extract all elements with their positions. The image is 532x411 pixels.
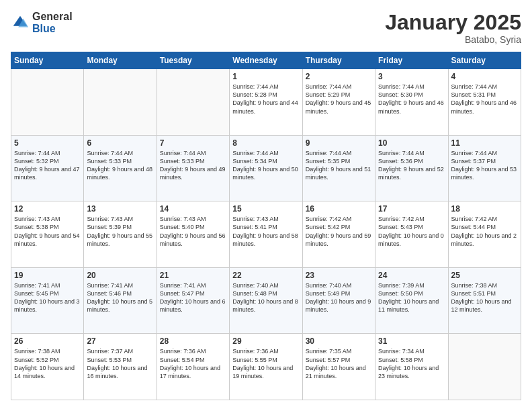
day-number: 4 (451, 72, 518, 81)
cell-info: Sunrise: 7:41 AMSunset: 5:45 PMDaylight:… (14, 282, 80, 313)
day-number: 24 (378, 271, 445, 280)
day-number: 12 (14, 204, 81, 214)
cell-info: Sunrise: 7:42 AMSunset: 5:43 PMDaylight:… (378, 216, 444, 246)
day-number: 28 (160, 336, 226, 346)
header: General Blue January 2025 Batabo, Syria (11, 11, 521, 45)
cell-info: Sunrise: 7:41 AMSunset: 5:47 PMDaylight:… (160, 282, 226, 313)
week-row-0: 1Sunrise: 7:44 AMSunset: 5:28 PMDaylight… (11, 69, 521, 136)
cell-info: Sunrise: 7:43 AMSunset: 5:39 PMDaylight:… (87, 216, 152, 246)
weekday-header-saturday: Saturday (448, 52, 521, 69)
calendar-cell: 3Sunrise: 7:44 AMSunset: 5:30 PMDaylight… (375, 69, 448, 136)
calendar-cell: 2Sunrise: 7:44 AMSunset: 5:29 PMDaylight… (302, 69, 375, 136)
calendar-cell: 1Sunrise: 7:44 AMSunset: 5:28 PMDaylight… (230, 69, 302, 136)
cell-info: Sunrise: 7:41 AMSunset: 5:46 PMDaylight:… (87, 282, 152, 313)
logo-blue-text: Blue (32, 23, 73, 35)
weekday-header-thursday: Thursday (302, 52, 375, 69)
calendar-cell (84, 69, 157, 136)
calendar-cell: 29Sunrise: 7:36 AMSunset: 5:55 PMDayligh… (230, 334, 302, 400)
day-number: 23 (306, 271, 372, 280)
month-title: January 2025 (385, 11, 521, 34)
calendar-cell: 10Sunrise: 7:44 AMSunset: 5:36 PMDayligh… (375, 135, 448, 201)
cell-info: Sunrise: 7:36 AMSunset: 5:54 PMDaylight:… (160, 348, 220, 379)
cell-info: Sunrise: 7:40 AMSunset: 5:48 PMDaylight:… (232, 282, 298, 313)
day-number: 29 (232, 336, 299, 346)
cell-info: Sunrise: 7:39 AMSunset: 5:50 PMDaylight:… (378, 282, 439, 313)
day-number: 26 (14, 336, 81, 346)
cell-info: Sunrise: 7:38 AMSunset: 5:51 PMDaylight:… (451, 282, 512, 313)
day-number: 25 (451, 271, 518, 280)
cell-info: Sunrise: 7:40 AMSunset: 5:49 PMDaylight:… (306, 282, 371, 313)
cell-info: Sunrise: 7:44 AMSunset: 5:30 PMDaylight:… (378, 83, 444, 114)
day-number: 27 (87, 336, 153, 346)
day-number: 6 (87, 138, 153, 148)
day-number: 17 (378, 204, 445, 214)
cell-info: Sunrise: 7:44 AMSunset: 5:29 PMDaylight:… (306, 83, 371, 114)
cell-info: Sunrise: 7:43 AMSunset: 5:40 PMDaylight:… (160, 216, 226, 246)
day-number: 7 (160, 138, 226, 148)
cell-info: Sunrise: 7:43 AMSunset: 5:41 PMDaylight:… (232, 216, 298, 246)
day-number: 1 (232, 72, 299, 81)
cell-info: Sunrise: 7:37 AMSunset: 5:53 PMDaylight:… (87, 348, 147, 379)
day-number: 3 (378, 72, 445, 81)
calendar-cell: 31Sunrise: 7:34 AMSunset: 5:58 PMDayligh… (375, 334, 448, 400)
week-row-2: 12Sunrise: 7:43 AMSunset: 5:38 PMDayligh… (11, 201, 521, 268)
cell-info: Sunrise: 7:44 AMSunset: 5:37 PMDaylight:… (451, 150, 517, 181)
week-row-4: 26Sunrise: 7:38 AMSunset: 5:52 PMDayligh… (11, 334, 521, 400)
day-number: 30 (306, 336, 372, 346)
calendar-cell: 8Sunrise: 7:44 AMSunset: 5:34 PMDaylight… (230, 135, 302, 201)
week-row-3: 19Sunrise: 7:41 AMSunset: 5:45 PMDayligh… (11, 267, 521, 334)
calendar-table: SundayMondayTuesdayWednesdayThursdayFrid… (11, 52, 521, 400)
cell-info: Sunrise: 7:35 AMSunset: 5:57 PMDaylight:… (306, 348, 366, 379)
location: Batabo, Syria (385, 34, 521, 45)
calendar-cell: 27Sunrise: 7:37 AMSunset: 5:53 PMDayligh… (84, 334, 157, 400)
calendar-cell: 14Sunrise: 7:43 AMSunset: 5:40 PMDayligh… (157, 201, 229, 268)
weekday-header-wednesday: Wednesday (230, 52, 302, 69)
calendar-cell (157, 69, 229, 136)
cell-info: Sunrise: 7:42 AMSunset: 5:44 PMDaylight:… (451, 216, 517, 246)
day-number: 19 (14, 271, 81, 280)
cell-info: Sunrise: 7:44 AMSunset: 5:34 PMDaylight:… (232, 150, 298, 181)
logo-icon (11, 13, 30, 32)
week-row-1: 5Sunrise: 7:44 AMSunset: 5:32 PMDaylight… (11, 135, 521, 201)
day-number: 22 (232, 271, 299, 280)
cell-info: Sunrise: 7:36 AMSunset: 5:55 PMDaylight:… (232, 348, 293, 379)
weekday-header-friday: Friday (375, 52, 448, 69)
day-number: 13 (87, 204, 153, 214)
calendar-cell: 6Sunrise: 7:44 AMSunset: 5:33 PMDaylight… (84, 135, 157, 201)
calendar-cell: 16Sunrise: 7:42 AMSunset: 5:42 PMDayligh… (302, 201, 375, 268)
day-number: 2 (306, 72, 372, 81)
calendar-cell: 13Sunrise: 7:43 AMSunset: 5:39 PMDayligh… (84, 201, 157, 268)
calendar-cell: 25Sunrise: 7:38 AMSunset: 5:51 PMDayligh… (448, 267, 521, 334)
weekday-header-tuesday: Tuesday (157, 52, 229, 69)
calendar-cell: 22Sunrise: 7:40 AMSunset: 5:48 PMDayligh… (230, 267, 302, 334)
calendar-cell: 24Sunrise: 7:39 AMSunset: 5:50 PMDayligh… (375, 267, 448, 334)
cell-info: Sunrise: 7:34 AMSunset: 5:58 PMDaylight:… (378, 348, 439, 379)
cell-info: Sunrise: 7:44 AMSunset: 5:31 PMDaylight:… (451, 83, 517, 114)
cell-info: Sunrise: 7:42 AMSunset: 5:42 PMDaylight:… (306, 216, 371, 246)
day-number: 15 (232, 204, 299, 214)
day-number: 10 (378, 138, 445, 148)
day-number: 9 (306, 138, 372, 148)
cell-info: Sunrise: 7:44 AMSunset: 5:28 PMDaylight:… (232, 83, 298, 114)
calendar-cell: 12Sunrise: 7:43 AMSunset: 5:38 PMDayligh… (11, 201, 84, 268)
title-block: January 2025 Batabo, Syria (385, 11, 521, 45)
cell-info: Sunrise: 7:44 AMSunset: 5:35 PMDaylight:… (306, 150, 371, 181)
calendar-cell (11, 69, 84, 136)
calendar-cell: 7Sunrise: 7:44 AMSunset: 5:33 PMDaylight… (157, 135, 229, 201)
calendar-cell (448, 334, 521, 400)
calendar-cell: 19Sunrise: 7:41 AMSunset: 5:45 PMDayligh… (11, 267, 84, 334)
logo: General Blue (11, 11, 73, 34)
calendar-cell: 28Sunrise: 7:36 AMSunset: 5:54 PMDayligh… (157, 334, 229, 400)
day-number: 5 (14, 138, 81, 148)
logo-general-text: General (32, 11, 73, 23)
day-number: 8 (232, 138, 299, 148)
calendar-cell: 26Sunrise: 7:38 AMSunset: 5:52 PMDayligh… (11, 334, 84, 400)
day-number: 21 (160, 271, 226, 280)
day-number: 11 (451, 138, 518, 148)
calendar-cell: 11Sunrise: 7:44 AMSunset: 5:37 PMDayligh… (448, 135, 521, 201)
cell-info: Sunrise: 7:43 AMSunset: 5:38 PMDaylight:… (14, 216, 80, 246)
weekday-header-row: SundayMondayTuesdayWednesdayThursdayFrid… (11, 52, 521, 69)
cell-info: Sunrise: 7:44 AMSunset: 5:36 PMDaylight:… (378, 150, 444, 181)
cell-info: Sunrise: 7:44 AMSunset: 5:33 PMDaylight:… (87, 150, 152, 181)
weekday-header-monday: Monday (84, 52, 157, 69)
